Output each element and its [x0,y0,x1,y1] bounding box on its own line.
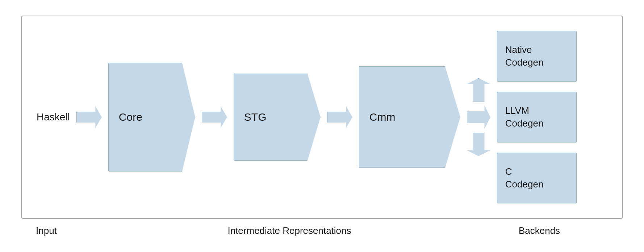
stg-label: STG [244,111,267,123]
arrow-haskell-to-core [76,106,102,128]
native-codegen-box: NativeCodegen [497,31,577,82]
llvm-codegen-box: LLVMCodegen [497,92,577,142]
labels-row: Input Intermediate Representations Backe… [21,225,623,236]
stg-box: STG [234,74,321,161]
arrow-fan-up [467,78,490,102]
haskell-label: Haskell [37,111,70,123]
llvm-codegen-label: LLVMCodegen [505,104,544,130]
arrow-fan-down [467,133,490,156]
cmm-label: Cmm [369,111,396,123]
arrow-stg-to-cmm [327,106,352,128]
main-box: Haskell Core STG Cmm [21,16,623,219]
flow-row: Haskell Core STG Cmm [37,16,607,218]
c-codegen-box: CCodegen [497,153,577,203]
diagram-wrapper: Haskell Core STG Cmm [14,16,630,236]
cmm-box: Cmm [359,66,460,168]
ir-label: Intermediate Representations [108,225,471,236]
core-label: Core [119,111,142,123]
input-label: Input [36,225,108,236]
arrow-fan-mid [467,106,490,129]
c-codegen-label: CCodegen [505,165,544,191]
backends-column: NativeCodegen LLVMCodegen CCodegen [497,31,577,203]
arrow-core-to-stg [202,106,227,128]
core-box: Core [108,63,195,172]
fan-arrows [467,41,490,193]
native-codegen-label: NativeCodegen [505,44,544,69]
backends-label: Backends [471,225,608,236]
